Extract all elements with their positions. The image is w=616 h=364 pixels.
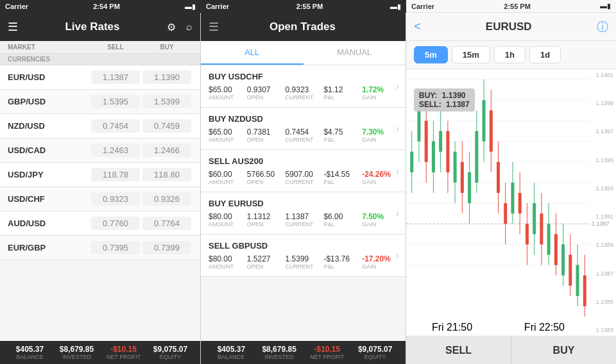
pair-name: GBP/USD [8, 97, 90, 106]
tooltip-sell: SELL: 1.1387 [419, 100, 470, 109]
tab-manual[interactable]: MANUAL [304, 41, 406, 65]
chart-header: < EURUSD ⓘ [406, 13, 616, 41]
netprofit-label: NET PROFIT [101, 354, 146, 360]
pair-name: USD/CAD [8, 145, 90, 155]
trades-footer-invested: $8,679.85 INVESTED [257, 345, 302, 360]
carrier-3: Carrier [411, 3, 434, 10]
rates-row[interactable]: GBP/USD 1.5395 1.5399 [0, 90, 200, 114]
list-item[interactable]: BUY USDCHF $65.00 AMOUNT 0.9307 OPEN 0.9… [201, 65, 406, 108]
pair-name: EUR/USD [8, 72, 90, 82]
time-1: 2:54 PM [93, 3, 120, 10]
buy-price: 1.1390 [142, 70, 191, 84]
settings-icon[interactable]: ⚙ [167, 21, 176, 33]
svg-rect-23 [446, 131, 449, 172]
rates-footer: $405.37 BALANCE $8,679.85 INVESTED -$10.… [0, 341, 201, 364]
balance-label: BALANCE [8, 354, 52, 360]
trade-gain: 7.50% GAIN [362, 212, 398, 228]
trade-open: 1.1312 OPEN [247, 212, 283, 228]
svg-rect-37 [497, 162, 500, 193]
trades-balance-value: $405.37 [209, 345, 254, 354]
svg-rect-43 [518, 193, 522, 213]
search-icon[interactable]: ⌕ [186, 21, 193, 33]
trade-gain: -17.20% GAIN [362, 254, 398, 270]
price-tooltip: BUY: 1.1390 SELL: 1.1387 [414, 88, 475, 112]
svg-rect-49 [540, 213, 543, 244]
trade-current: 1.1387 CURRENT [286, 212, 321, 228]
list-item[interactable]: SELL GBPUSD $80.00 AMOUNT 1.5227 OPEN 1.… [201, 235, 406, 277]
svg-rect-35 [490, 110, 493, 151]
sell-price: 1.2463 [91, 144, 140, 157]
info-button[interactable]: ⓘ [597, 19, 608, 35]
sell-price: 118.78 [91, 168, 140, 181]
tab-all[interactable]: ALL [201, 41, 304, 65]
timeframe-1h[interactable]: 1h [494, 46, 526, 63]
back-button[interactable]: < [414, 20, 421, 33]
list-item[interactable]: SELL AUS200 $60.00 AMOUNT 5766.50 OPEN 5… [201, 150, 406, 192]
trade-pl: $6.00 P&L [323, 212, 359, 228]
timeframe-5m[interactable]: 5m [414, 46, 448, 63]
sell-price: 1.5395 [91, 95, 140, 108]
trades-invested-label: INVESTED [257, 354, 302, 360]
sell-price: 0.7454 [91, 119, 140, 133]
rates-row[interactable]: USD/CHF 0.9323 0.9326 [0, 187, 200, 211]
rates-category: CURRENCIES [0, 54, 200, 65]
col-sell: SELL [90, 44, 141, 51]
rates-list: EUR/USD 1.1387 1.1390 GBP/USD 1.5395 1.5… [0, 65, 200, 341]
rates-row[interactable]: AUD/USD 0.7760 0.7764 [0, 211, 200, 236]
battery-3: ▬▮ [600, 2, 611, 10]
svg-rect-57 [569, 255, 572, 286]
list-item[interactable]: BUY NZDUSD $65.00 AMOUNT 0.7381 OPEN 0.7… [201, 108, 406, 150]
timeframe-15m[interactable]: 15m [452, 46, 490, 63]
trade-amount: $80.00 AMOUNT [209, 212, 244, 228]
rates-row[interactable]: EUR/USD 1.1387 1.1390 [0, 65, 200, 90]
svg-rect-25 [454, 152, 457, 183]
svg-rect-47 [533, 203, 536, 234]
netprofit-value: -$10.15 [101, 345, 146, 354]
trade-details: $80.00 AMOUNT 1.1312 OPEN 1.1387 CURRENT… [209, 212, 398, 228]
invested-label: INVESTED [55, 354, 99, 360]
list-item[interactable]: BUY EURUSD $80.00 AMOUNT 1.1312 OPEN 1.1… [201, 192, 406, 235]
trade-current: 0.7454 CURRENT [286, 128, 321, 143]
tooltip-buy: BUY: 1.1390 [419, 91, 470, 100]
buy-price: 1.2466 [142, 144, 191, 157]
svg-rect-45 [526, 224, 529, 244]
trade-chevron: › [396, 123, 399, 135]
svg-rect-33 [483, 100, 486, 141]
trades-invested-value: $8,679.85 [257, 345, 302, 354]
rates-menu-icon[interactable]: ☰ [8, 20, 18, 34]
rates-row[interactable]: EUR/GBP 0.7395 0.7399 [0, 236, 200, 260]
trade-pl: -$13.76 P&L [323, 254, 359, 270]
invested-value: $8,679.85 [55, 345, 99, 354]
rates-row[interactable]: USD/JPY 118.78 118.80 [0, 163, 200, 187]
trade-amount: $65.00 AMOUNT [209, 128, 244, 143]
panel3-status-bar: Carrier 2:55 PM ▬▮ [406, 0, 616, 13]
timeframe-selector: 5m15m1h1d [406, 41, 616, 69]
rates-column-headers: MARKET SELL BUY [0, 41, 200, 54]
svg-text:1.1387: 1.1387 [592, 220, 610, 227]
sell-button[interactable]: SELL [406, 336, 511, 364]
equity-label: EQUITY [148, 354, 193, 360]
live-rates-panel: ☰ Live Rates ⚙ ⌕ MARKET SELL BUY CURRENC… [0, 13, 201, 364]
trade-pl: -$14.55 P&L [323, 170, 359, 185]
pair-name: USD/JPY [8, 170, 90, 179]
rates-row[interactable]: NZD/USD 0.7454 0.7459 [0, 114, 200, 138]
trade-gain: 7.30% GAIN [362, 128, 398, 143]
rates-title: Live Rates [65, 21, 119, 33]
svg-rect-41 [511, 183, 514, 213]
trades-netprofit-value: -$10.15 [305, 345, 350, 354]
trades-menu-icon[interactable]: ☰ [209, 20, 219, 34]
trade-details: $65.00 AMOUNT 0.7381 OPEN 0.7454 CURRENT… [209, 128, 398, 143]
trade-current: 1.5399 CURRENT [286, 254, 321, 270]
sell-price: 0.7760 [91, 217, 140, 230]
buy-price: 118.80 [142, 168, 191, 181]
trades-netprofit-label: NET PROFIT [305, 354, 350, 360]
pair-name: NZD/USD [8, 121, 90, 131]
trades-footer: $405.37 BALANCE $8,679.85 INVESTED -$10.… [201, 341, 406, 364]
svg-rect-13 [410, 152, 413, 172]
timeframe-1d[interactable]: 1d [529, 46, 561, 63]
rates-row[interactable]: USD/CAD 1.2463 1.2466 [0, 138, 200, 163]
battery-1: ▬▮ [185, 3, 196, 11]
buy-button[interactable]: BUY [511, 336, 616, 364]
buy-price: 0.9326 [142, 192, 191, 206]
trades-equity-label: EQUITY [352, 354, 398, 360]
